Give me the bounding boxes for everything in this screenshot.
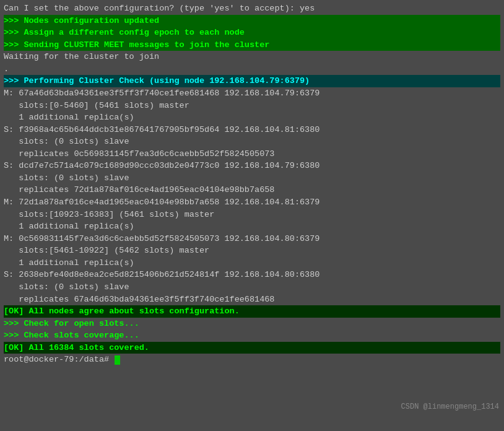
terminal-line: S: dcd7e7c571a4c079c1689d90ccc03db2e0477…	[4, 160, 500, 172]
terminal-line: 1 additional replica(s)	[4, 220, 500, 233]
terminal-line: Can I set the above configuration? (type…	[4, 2, 500, 15]
watermark: CSDN @linmengmeng_1314	[401, 402, 499, 412]
terminal-line: slots:[5461-10922] (5462 slots) master	[4, 245, 500, 257]
terminal-line: >>> Sending CLUSTER MEET messages to joi…	[4, 39, 500, 51]
terminal-line: slots: (0 slots) slave	[4, 136, 500, 148]
terminal-line: M: 0c569831145f7ea3d6c6caebb5d52f5824505…	[4, 233, 500, 245]
terminal-line: S: f3968a4c65b644ddcb31e867641767905bf95…	[4, 124, 500, 136]
terminal-line: replicates 72d1a878af016ce4ad1965eac0410…	[4, 184, 500, 196]
terminal-line: >>> Nodes configuration updated	[4, 15, 500, 27]
terminal-line: slots:[10923-16383] (5461 slots) master	[4, 209, 500, 221]
prompt-line: root@docker-79:/data#	[4, 354, 500, 366]
terminal-line: replicates 67a46d63bda94361ee3f5ff3f740c…	[4, 294, 500, 306]
terminal-line: slots: (0 slots) slave	[4, 172, 500, 185]
terminal-line: >>> Check slots coverage...	[4, 329, 500, 342]
terminal-line: replicates 0c569831145f7ea3d6c6caebb5d52…	[4, 148, 500, 160]
terminal-line: S: 2638ebfe40d8e8ea2ce5d8215406b621d5248…	[4, 269, 500, 281]
terminal: Can I set the above configuration? (type…	[0, 0, 504, 431]
cursor	[115, 355, 120, 365]
terminal-line: 1 additional replica(s)	[4, 257, 500, 269]
terminal-line: 1 additional replica(s)	[4, 111, 500, 124]
terminal-line: M: 67a46d63bda94361ee3f5ff3f740ce1fee681…	[4, 87, 500, 100]
terminal-line: slots:[0-5460] (5461 slots) master	[4, 100, 500, 112]
terminal-line: [OK] All 16384 slots covered.	[4, 342, 500, 354]
terminal-line: .	[4, 63, 500, 76]
terminal-line: slots: (0 slots) slave	[4, 281, 500, 294]
terminal-line: >>> Assign a different config epoch to e…	[4, 27, 500, 39]
terminal-line: M: 72d1a878af016ce4ad1965eac04104e98bb7a…	[4, 196, 500, 209]
terminal-line: [OK] All nodes agree about slots configu…	[4, 305, 500, 318]
terminal-line: >>> Performing Cluster Check (using node…	[4, 75, 500, 87]
terminal-line: Waiting for the cluster to join	[4, 51, 500, 63]
prompt-text: root@docker-79:/data#	[4, 354, 114, 366]
terminal-line: >>> Check for open slots...	[4, 318, 500, 330]
